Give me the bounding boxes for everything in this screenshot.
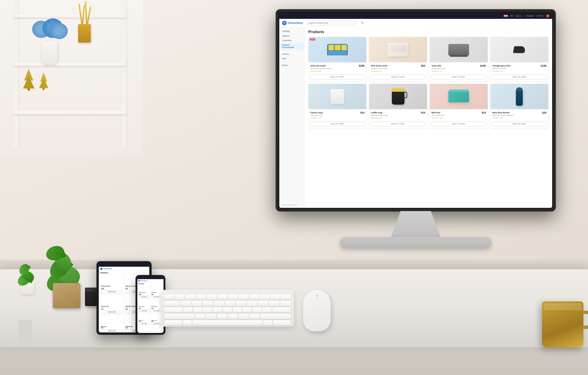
terms-link[interactable]: Terms & Conditions [282,204,297,206]
product-price-mug: $14 [360,111,365,114]
key[interactable] [207,295,216,300]
key[interactable] [233,307,242,312]
key[interactable] [258,301,268,306]
key[interactable] [253,307,262,312]
micro-btn-duvet[interactable]: ADD TO CART [152,296,162,298]
key[interactable] [164,295,174,300]
key[interactable] [206,314,216,319]
key[interactable] [260,295,269,300]
key[interactable] [217,295,227,300]
add-to-cart-grey-sofa[interactable]: ADD TO CART [431,75,486,79]
search-icon[interactable]: 🔍 [361,22,364,24]
key-tab[interactable] [164,301,180,306]
add-to-cart-duvet[interactable]: ADD TO CART [371,75,425,79]
pencil-holder [78,24,91,43]
product-price-chair: $149 [541,64,546,67]
sidebar-item-books[interactable]: Books [279,63,304,68]
key-shift-left[interactable] [164,314,194,319]
key-caps[interactable] [164,307,182,312]
sidebar-item-cosmetics[interactable]: Cosmetics [279,38,304,43]
star-count-mug: 4.2 [318,117,321,119]
key-opt-left[interactable] [183,320,191,325]
product-img-chair [490,37,548,62]
add-to-cart-thermo[interactable]: ADD TO CART [492,121,546,126]
micro-topbar [137,277,164,279]
key[interactable] [270,295,280,300]
key-shift-right[interactable] [261,314,290,319]
key[interactable] [217,314,227,319]
add-to-cart-blue-box[interactable]: ADD TO CART [431,121,486,126]
product-info-coffee-mug: Coffee mug $19 Material plastic design ★… [369,109,427,121]
key[interactable] [281,295,290,300]
key[interactable] [243,307,252,312]
key[interactable] [250,314,260,319]
key[interactable] [203,307,212,312]
keyboard[interactable] [161,290,294,327]
phone-ecom-ui: OnlineShop Products Sofa and couch ★★★★ … [137,277,164,333]
key[interactable] [236,301,246,306]
add-to-cart-sofa[interactable]: ADD TO CART [310,75,365,79]
key[interactable] [223,307,232,312]
mini-btn-mug[interactable]: ADD TO CART [101,311,123,313]
key[interactable] [247,301,257,306]
key[interactable] [239,314,249,319]
key-cmd-left[interactable] [164,320,182,325]
key[interactable] [195,314,205,319]
key-cmd-right[interactable] [273,320,290,325]
sidebar-item-clothing[interactable]: Clothing [279,29,304,33]
key[interactable] [186,295,195,300]
thermo-art [516,87,523,106]
add-to-cart-chair[interactable]: ADD TO CART [492,75,546,79]
mini-brand: OnlineShop [103,268,112,269]
keyboard-row-1 [164,295,290,300]
brand-logo[interactable]: O OnlineShop [282,21,303,25]
product-price-duvet: $59 [421,64,425,67]
micro-btn-coffee2[interactable]: ADD TO CART [152,323,162,325]
micro-btn-thermo2[interactable]: ADD TO CART [152,310,162,312]
key[interactable] [203,301,213,306]
key[interactable] [262,307,272,312]
key[interactable] [228,314,238,319]
key[interactable] [196,295,206,300]
stars-chair: ★★★★½ [492,70,500,72]
mouse[interactable] [303,290,331,331]
topbar-login[interactable]: Log In [515,15,521,17]
cart-badge[interactable]: 2 [546,14,549,17]
brand-logo-icon: O [282,21,287,25]
key[interactable] [213,307,222,312]
key-opt-right[interactable] [263,320,272,325]
sidebar-item-home[interactable]: Home & Accessories [279,43,304,50]
mini-btn-box[interactable]: ADD TO CART [101,330,123,332]
topbar-register[interactable]: Register [526,15,534,17]
key[interactable] [238,295,248,300]
micro-products-title: Products [137,282,164,285]
micro-btn-sofa[interactable]: ADD TO CART [139,296,149,298]
key-spacebar[interactable] [192,320,262,325]
micro-btn-mug2[interactable]: ADD TO CART [139,310,149,312]
key[interactable] [191,301,202,306]
sidebar-item-kids[interactable]: Kids [279,56,304,61]
add-to-cart-coffee-mug[interactable]: ADD TO CART [371,121,425,126]
key[interactable] [228,295,238,300]
key[interactable] [180,301,191,306]
key[interactable] [193,307,202,312]
micro-btn-box2[interactable]: ADD TO CART [139,323,149,325]
micro-brand: OnlineShop [140,280,147,281]
key[interactable] [249,295,259,300]
monitor-bezel: EN Log In | Register CART: # 2 O OnlineS… [276,9,556,211]
key-enter[interactable] [273,307,290,312]
key[interactable] [280,301,290,306]
key[interactable] [175,295,185,300]
sidebar-item-apparel[interactable]: Apparel [279,33,304,38]
topbar-separator: | [524,15,524,17]
sidebar-item-jewelry[interactable]: Jewelry [279,52,304,56]
key[interactable] [225,301,235,306]
box-handle [87,289,91,290]
add-to-cart-mug[interactable]: ADD TO CART [310,121,365,126]
key[interactable] [269,301,279,306]
key[interactable] [214,301,224,306]
star-count-duvet: 4.7 [379,70,382,72]
search-input[interactable] [307,21,357,25]
mini-btn-sofa[interactable]: ADD TO CART [101,290,123,293]
key[interactable] [183,307,192,312]
